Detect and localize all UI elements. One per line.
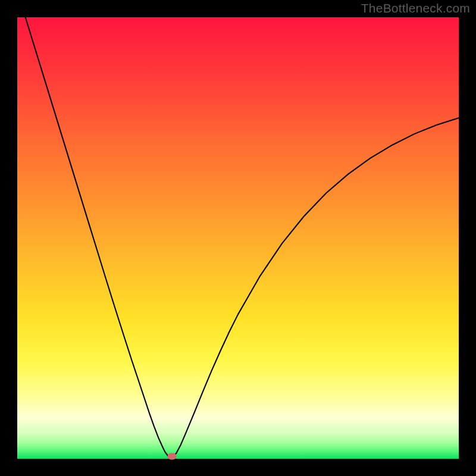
optimum-marker bbox=[167, 453, 176, 460]
chart-svg bbox=[17, 17, 459, 459]
plot-area bbox=[17, 17, 459, 459]
gradient-background bbox=[17, 17, 459, 459]
watermark-text: TheBottleneck.com bbox=[361, 1, 470, 15]
chart-frame: TheBottleneck.com bbox=[0, 0, 476, 476]
